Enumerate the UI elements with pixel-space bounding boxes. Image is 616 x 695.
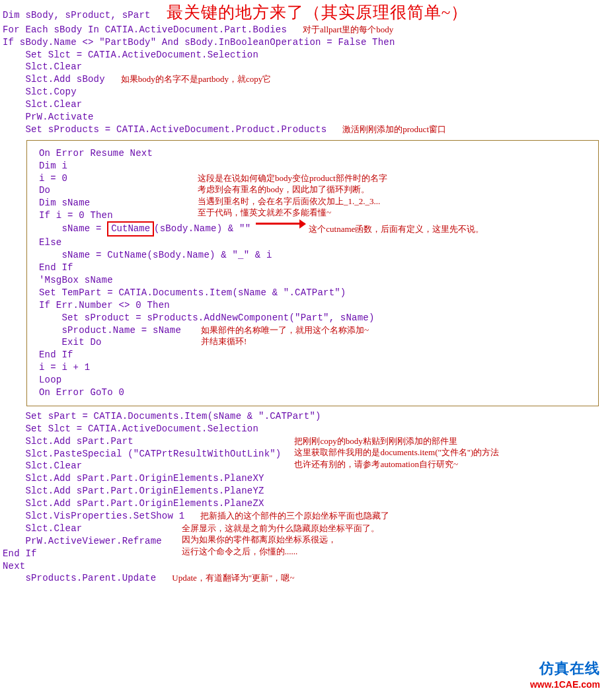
- code-line: sProducts.Parent.Update: [3, 572, 156, 585]
- annotation: 对于allpart里的每个body: [303, 24, 393, 36]
- code-line: Set Slct = CATIA.ActiveDocument.Selectio…: [3, 423, 613, 435]
- code-line: Loop: [39, 374, 589, 386]
- annotation: 如果部件的名称唯一了，就用这个名称添加~: [201, 324, 369, 336]
- annotation: 因为如果你的零件都离原始坐标系很远，: [182, 534, 379, 546]
- code-line: End If: [3, 548, 162, 560]
- annotation: 也许还有别的，请参考automation自行研究~: [294, 458, 499, 470]
- annotation: Update，有道翻译为"更新"，嗯~: [172, 572, 294, 584]
- code-line: Slct.Clear: [3, 460, 281, 472]
- code-line: Slct.PasteSpecial ("CATPrtResultWithOutL…: [3, 448, 281, 460]
- code-line: Slct.Add sBody: [3, 73, 105, 86]
- code-line: Else: [39, 237, 589, 249]
- annotation: 这里获取部件我用的是documents.item("文件名")的方法: [294, 447, 499, 458]
- annotation: 把新插入的这个部件的三个原始坐标平面也隐藏了: [200, 510, 389, 522]
- code-line: On Error GoTo 0: [39, 386, 589, 399]
- code-line: Slct.Add sPart.Part.OriginElements.Plane…: [3, 472, 613, 485]
- code-line: Slct.Clear: [3, 523, 162, 535]
- annotation: 当遇到重名时，会在名字后面依次加上_1._2._3...: [198, 196, 387, 207]
- code-line: Next: [3, 560, 613, 573]
- code-line: End If: [39, 349, 589, 361]
- code-line: Slct.Clear: [3, 98, 613, 111]
- annotation: 如果body的名字不是partbody，就copy它: [121, 73, 271, 85]
- code-line: sName =: [39, 223, 107, 235]
- title-note: 最关键的地方来了（其实原理很简单~）: [167, 1, 469, 24]
- code-line: End If: [39, 262, 589, 274]
- code-line: Set sProducts = CATIA.ActiveDocument.Pro…: [3, 124, 327, 136]
- cutname-highlight: CutName: [107, 221, 154, 237]
- site-logo: 仿真在线 www.1CAE.com: [530, 659, 600, 691]
- annotation: 并结束循环!: [201, 336, 369, 348]
- logo-text-bottom: www.1CAE.com: [530, 678, 600, 691]
- code-line: Set sPart = CATIA.Documents.Item(sName &…: [3, 410, 613, 423]
- code-line: sName = CutName(sBody.Name) & "_" & i: [39, 249, 589, 262]
- annotation: 至于代码，懂英文就差不多能看懂~: [198, 207, 387, 219]
- code-line: PrW.Activate: [3, 111, 613, 124]
- code-line: Slct.Add sPart.Part.OriginElements.Plane…: [3, 485, 613, 497]
- logo-text-top: 仿真在线: [530, 659, 600, 678]
- annotation: 激活刚刚添加的product窗口: [342, 124, 446, 135]
- code-line: Set TemPart = CATIA.Documents.Item(sName…: [39, 287, 589, 299]
- code-line: Set sProduct = sProducts.AddNewComponent…: [39, 312, 589, 324]
- annotation: 这个cutname函数，后面有定义，这里先不说。: [309, 223, 484, 235]
- code-line: Dim sBody, sProduct, sPart: [3, 9, 151, 22]
- code-line: 'MsgBox sName: [39, 274, 589, 287]
- code-line: Dim i: [39, 160, 589, 172]
- annotation: 运行这个命令之后，你懂的......: [182, 546, 379, 558]
- code-line: PrW.ActiveViewer.Reframe: [3, 535, 162, 548]
- code-line: For Each sBody In CATIA.ActiveDocument.P…: [3, 24, 287, 36]
- code-line: Exit Do: [39, 336, 181, 349]
- code-line: If Err.Number <> 0 Then: [39, 299, 589, 312]
- code-line: sProduct.Name = sName: [39, 324, 181, 337]
- annotation: 这段是在说如何确定body变位product部件时的名字: [198, 172, 387, 184]
- annotation: 全屏显示，这就是之前为什么隐藏原始坐标平面了。: [182, 523, 379, 534]
- annotation: 把刚刚copy的body粘贴到刚刚添加的部件里: [294, 435, 499, 447]
- highlighted-block: On Error Resume Next Dim i i = 0 这段是在说如何…: [26, 140, 599, 406]
- arrow-icon: [256, 223, 305, 230]
- code-line: i = i + 1: [39, 361, 589, 374]
- code-line: On Error Resume Next: [39, 147, 589, 160]
- code-line: Slct.Add sPart.Part: [3, 435, 281, 448]
- code-line: Slct.VisProperties.SetShow 1: [3, 510, 184, 523]
- code-line: (sBody.Name) & "": [154, 223, 250, 235]
- annotation: 考虑到会有重名的body，因此加了循环判断。: [198, 184, 387, 196]
- code-line: If sBody.Name <> "PartBody" And sBody.In…: [3, 36, 613, 49]
- code-line: Slct.Copy: [3, 86, 613, 98]
- code-line: Slct.Clear: [3, 61, 613, 73]
- code-line: Slct.Add sPart.Part.OriginElements.Plane…: [3, 497, 613, 510]
- code-line: Set Slct = CATIA.ActiveDocument.Selectio…: [3, 49, 613, 61]
